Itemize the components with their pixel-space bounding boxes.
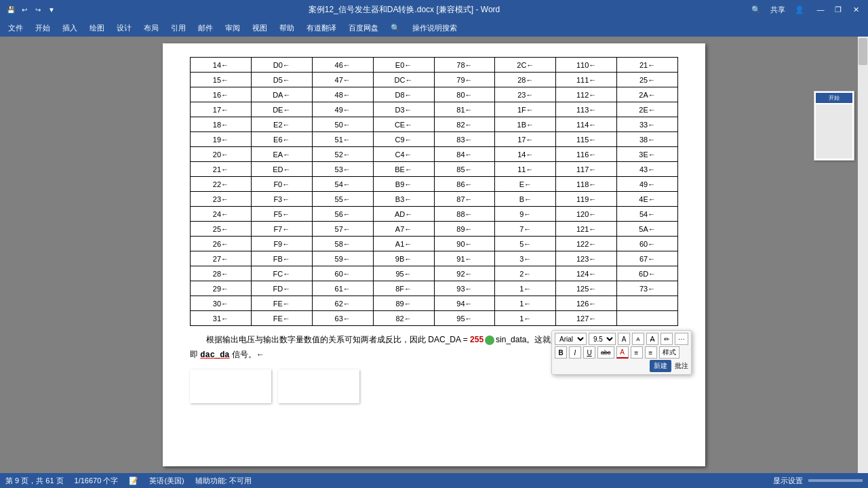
table-cell: 2E← (617, 102, 678, 117)
table-cell: 28← (191, 266, 252, 281)
menu-design[interactable]: 设计 (111, 21, 137, 35)
table-cell: DE← (251, 102, 312, 117)
scroll-thumb[interactable] (859, 38, 867, 65)
table-cell: 111← (556, 73, 617, 87)
table-row: 22←F0←54←B9←86←E←118←49← (191, 177, 678, 192)
menu-review[interactable]: 审阅 (220, 21, 245, 35)
menu-baidu[interactable]: 百度网盘 (343, 21, 384, 35)
undo-icon[interactable]: ↩ (19, 4, 30, 15)
table-cell: 1← (495, 281, 556, 296)
new-comment-button[interactable]: 新建 (650, 360, 671, 372)
minimize-button[interactable]: — (814, 4, 827, 15)
search-icon[interactable]: 🔍 (751, 5, 761, 14)
ft-row-1: Arial 9.5 A A A ✏ ⋯ (555, 333, 688, 345)
table-cell: 87← (434, 192, 495, 207)
table-cell: 2← (495, 266, 556, 281)
menu-draw[interactable]: 绘图 (84, 21, 110, 35)
table-cell: 95← (373, 266, 434, 281)
table-cell: 59← (312, 251, 373, 266)
table-cell: 14← (191, 58, 252, 73)
blank-page-right (278, 369, 359, 403)
table-cell: 62← (312, 296, 373, 311)
menu-references[interactable]: 引用 (165, 21, 191, 35)
underline-button[interactable]: U (583, 346, 595, 359)
font-shrink-button[interactable]: A (632, 333, 644, 345)
menu-search-icon[interactable]: 🔍 (385, 22, 406, 35)
menu-youdao[interactable]: 有道翻译 (301, 21, 342, 35)
title-bar-left: 💾 ↩ ↪ ▼ (5, 4, 57, 15)
menu-home[interactable]: 开始 (30, 21, 56, 35)
menu-help[interactable]: 帮助 (274, 21, 300, 35)
restore-button[interactable]: ❐ (831, 4, 845, 15)
table-cell: 1B← (495, 117, 556, 132)
table-row: 23←F3←55←B3←87←B←119←4E← (191, 192, 678, 207)
display-settings[interactable]: 显示设置 (773, 476, 803, 486)
menu-insert[interactable]: 插入 (57, 21, 83, 35)
table-cell: 86← (434, 177, 495, 192)
table-cell: 88← (434, 207, 495, 222)
table-cell: 1← (495, 311, 556, 326)
font-name-select[interactable]: Arial (555, 333, 587, 345)
table-cell: 9B← (373, 251, 434, 266)
table-cell: 123← (556, 251, 617, 266)
table-row: 26←F9←58←A1←90←5←122←60← (191, 237, 678, 251)
table-row: 15←D5←47←DC←79←28←111←25← (191, 73, 678, 87)
table-cell: 60← (312, 266, 373, 281)
table-cell (617, 296, 678, 311)
table-cell: 15← (191, 73, 252, 87)
bold-button[interactable]: B (555, 346, 567, 359)
more-button[interactable]: ⋯ (675, 333, 688, 345)
menu-file[interactable]: 文件 (3, 21, 28, 35)
table-cell: 19← (191, 132, 252, 147)
bullet-list-button[interactable]: ≡ (631, 346, 643, 359)
table-cell: F3← (251, 192, 312, 207)
table-cell: 21← (617, 58, 678, 73)
table-cell: E6← (251, 132, 312, 147)
menu-layout[interactable]: 布局 (138, 21, 164, 35)
font-grow-button[interactable]: A (618, 333, 630, 345)
table-cell (617, 311, 678, 326)
table-cell: 6D← (617, 266, 678, 281)
italic-button[interactable]: I (569, 346, 581, 359)
accessibility: 辅助功能: 不可用 (195, 476, 252, 486)
menu-operation-help[interactable]: 操作说明搜索 (407, 21, 462, 35)
table-cell: 83← (434, 132, 495, 147)
numbered-list-button[interactable]: ≡ (645, 346, 657, 359)
table-row: 18←E2←50←CE←82←1B←114←33← (191, 117, 678, 132)
table-row: 17←DE←49←D3←81←1F←113←2E← (191, 102, 678, 117)
table-cell: 14← (495, 147, 556, 162)
table-cell: B← (495, 192, 556, 207)
strikethrough-button[interactable]: abc (597, 346, 614, 359)
font-color-button[interactable]: A (616, 346, 629, 359)
redo-icon[interactable]: ↪ (33, 4, 43, 15)
table-cell: 67← (617, 251, 678, 266)
menu-view[interactable]: 视图 (247, 21, 273, 35)
clear-format-button[interactable]: A (646, 333, 658, 345)
zoom-slider[interactable] (808, 479, 863, 482)
font-size-select[interactable]: 9.5 (589, 333, 616, 345)
document-area: 开始 14←D0←46←E0←78←2C←110←21←15←D5←47←DC←… (0, 37, 868, 473)
table-cell: 11← (495, 162, 556, 177)
table-cell: 125← (556, 281, 617, 296)
menu-mailings[interactable]: 邮件 (193, 21, 218, 35)
close-button[interactable]: ✕ (849, 4, 863, 15)
table-cell: 54← (312, 177, 373, 192)
table-cell: 95← (434, 311, 495, 326)
table-cell: 124← (556, 266, 617, 281)
format-painter-button[interactable]: ✏ (660, 333, 673, 345)
table-row: 19←E6←51←C9←83←17←115←38← (191, 132, 678, 147)
style-button[interactable]: 样式 (659, 346, 679, 359)
table-cell: E0← (373, 58, 434, 73)
vertical-scrollbar[interactable] (858, 37, 868, 473)
table-cell: 25← (617, 73, 678, 87)
table-cell: F7← (251, 222, 312, 237)
save-icon[interactable]: 💾 (5, 4, 16, 15)
table-cell: 17← (191, 102, 252, 117)
preview-title[interactable]: 开始 (816, 93, 852, 103)
share-button[interactable]: 共享 (770, 5, 785, 15)
table-cell: 113← (556, 102, 617, 117)
table-cell: C4← (373, 147, 434, 162)
table-row: 30←FE←62←89←94←1←126← (191, 296, 678, 311)
customize-icon[interactable]: ▼ (46, 4, 57, 15)
language[interactable]: 英语(美国) (149, 476, 184, 486)
